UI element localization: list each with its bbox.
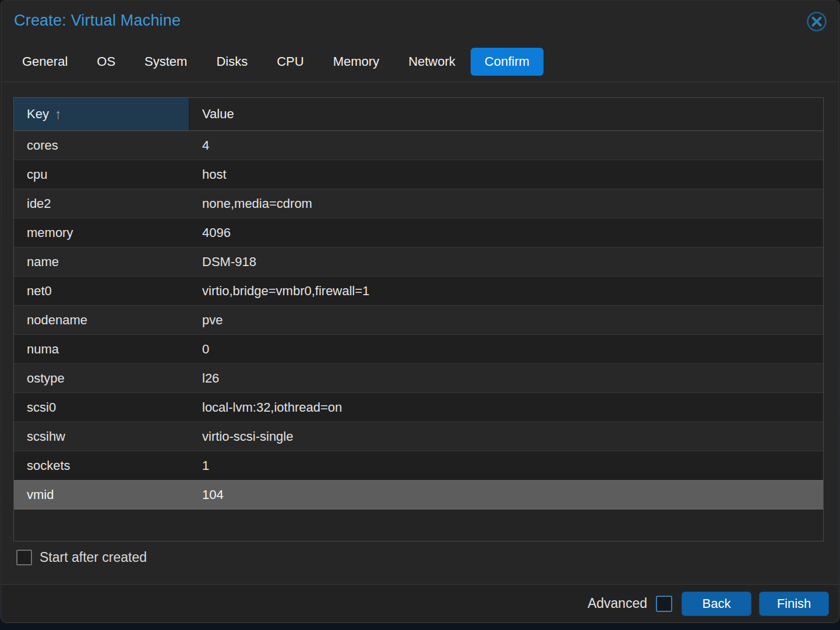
table-row[interactable]: ostypel26 — [14, 364, 823, 393]
row-value: 104 — [189, 487, 823, 502]
close-icon — [806, 10, 828, 33]
tab-general[interactable]: General — [8, 48, 82, 76]
sort-ascending-icon: ↑ — [55, 106, 62, 122]
row-value: pve — [189, 313, 823, 328]
row-key: ostype — [14, 371, 189, 386]
dialog-footer: Advanced Back Finish — [1, 584, 839, 622]
row-key: numa — [14, 342, 189, 357]
table-row[interactable]: cpuhost — [14, 160, 823, 189]
table-row[interactable]: nodenamepve — [14, 306, 823, 335]
table-row[interactable]: vmid104 — [14, 480, 823, 509]
row-key: cpu — [14, 167, 189, 182]
value-column-header[interactable]: Value — [189, 98, 823, 130]
row-key: ide2 — [14, 196, 189, 211]
tab-os[interactable]: OS — [83, 48, 129, 76]
tab-system[interactable]: System — [130, 48, 201, 76]
advanced-option: Advanced — [588, 596, 672, 612]
row-value: DSM-918 — [189, 254, 823, 270]
row-key: memory — [14, 225, 189, 240]
close-button[interactable] — [806, 10, 828, 33]
start-after-created-label: Start after created — [40, 550, 147, 565]
page-title: Create: Virtual Machine — [14, 12, 181, 30]
advanced-checkbox[interactable] — [656, 596, 672, 612]
value-column-label: Value — [202, 107, 234, 122]
row-key: sockets — [14, 458, 189, 473]
table-row[interactable]: scsihwvirtio-scsi-single — [14, 422, 823, 451]
tab-memory[interactable]: Memory — [319, 48, 393, 76]
create-vm-dialog: Create: Virtual Machine GeneralOSSystemD… — [1, 0, 839, 623]
grid-rows: cores4cpuhostide2none,media=cdrommemory4… — [14, 131, 823, 509]
table-row[interactable]: net0virtio,bridge=vmbr0,firewall=1 — [14, 277, 823, 306]
row-value: host — [189, 167, 823, 182]
table-row[interactable]: numa0 — [14, 335, 823, 364]
table-row[interactable]: ide2none,media=cdrom — [14, 189, 823, 218]
row-value: 0 — [189, 342, 823, 357]
key-column-header[interactable]: Key ↑ — [14, 98, 189, 130]
dialog-header: Create: Virtual Machine GeneralOSSystemD… — [1, 1, 839, 82]
row-key: scsi0 — [14, 400, 189, 415]
table-row[interactable]: scsi0local-lvm:32,iothread=on — [14, 393, 823, 422]
grid-header: Key ↑ Value — [14, 98, 823, 131]
row-key: cores — [14, 138, 189, 153]
row-value: virtio-scsi-single — [189, 429, 823, 444]
tab-confirm[interactable]: Confirm — [471, 48, 543, 76]
key-column-label: Key — [27, 107, 49, 122]
row-key: net0 — [14, 284, 189, 299]
grid-empty-space — [14, 509, 823, 541]
row-value: 4 — [189, 138, 823, 153]
row-value: 1 — [189, 458, 823, 473]
tab-strip: GeneralOSSystemDisksCPUMemoryNetworkConf… — [8, 48, 543, 76]
row-key: scsihw — [14, 429, 189, 444]
row-value: l26 — [189, 371, 823, 386]
row-value: 4096 — [189, 225, 823, 240]
row-value: local-lvm:32,iothread=on — [189, 400, 823, 415]
table-row[interactable]: sockets1 — [14, 451, 823, 480]
table-row[interactable]: cores4 — [14, 131, 823, 160]
finish-button[interactable]: Finish — [759, 592, 829, 616]
row-value: virtio,bridge=vmbr0,firewall=1 — [189, 284, 823, 299]
start-after-created-checkbox[interactable] — [16, 550, 32, 565]
row-key: name — [14, 254, 189, 270]
row-value: none,media=cdrom — [189, 196, 823, 211]
tab-cpu[interactable]: CPU — [263, 48, 317, 76]
confirm-settings-grid: Key ↑ Value cores4cpuhostide2none,media=… — [13, 97, 824, 541]
back-button[interactable]: Back — [682, 592, 751, 616]
tab-network[interactable]: Network — [394, 48, 470, 76]
table-row[interactable]: memory4096 — [14, 218, 823, 247]
advanced-label: Advanced — [588, 596, 647, 611]
row-key: nodename — [14, 313, 189, 328]
tab-disks[interactable]: Disks — [202, 48, 262, 76]
row-key: vmid — [14, 487, 189, 502]
start-after-created-option: Start after created — [16, 550, 147, 565]
dialog-body: Key ↑ Value cores4cpuhostide2none,media=… — [1, 82, 839, 584]
table-row[interactable]: nameDSM-918 — [14, 247, 823, 277]
